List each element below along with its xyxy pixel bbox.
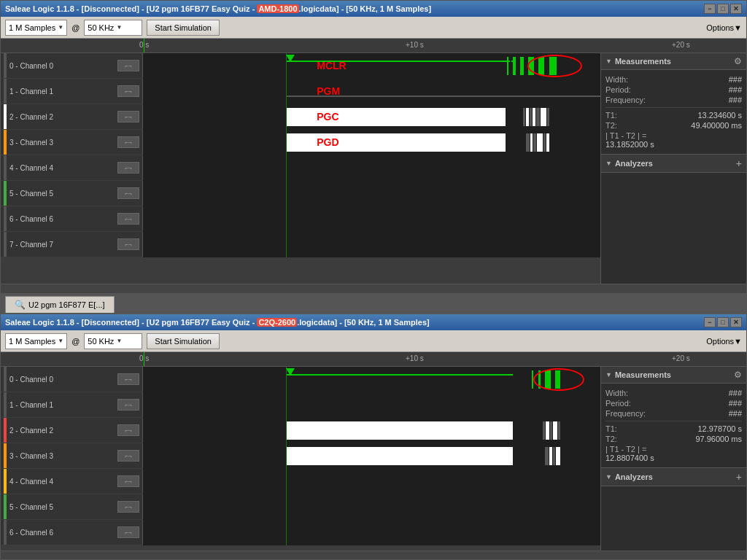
title-prefix-2: Saleae Logic 1.1.8 - [Disconnected] - [U…	[5, 318, 257, 327]
meas-freq-value-1: ###	[729, 96, 742, 104]
channel-label-6-1: 6 - Channel 6 ⌐¬	[1, 206, 143, 231]
ch-icon-box-6-1[interactable]: ⌐¬	[117, 213, 139, 225]
analyzers-title-1: ▼ Analyzers	[605, 159, 653, 168]
channel-signal-3-1: PGD	[143, 130, 600, 155]
maximize-button-1[interactable]: □	[717, 4, 729, 14]
meas-width-1: Width: ###	[605, 74, 742, 85]
ch-name-1-1: 1 - Channel 1	[9, 88, 115, 96]
ch6-vline	[286, 206, 287, 232]
ch2-vline	[286, 104, 287, 130]
samples-dropdown-arrow-1: ▼	[58, 24, 63, 31]
channel-row-1-1: 1 - Channel 1 ⌐¬ PGM	[1, 79, 600, 104]
channel-signal-5-2	[143, 494, 600, 520]
pulse-6	[525, 57, 527, 75]
ch-color-3-1	[4, 130, 7, 155]
channel-signal-6-2	[143, 520, 600, 545]
maximize-button-2[interactable]: □	[717, 317, 729, 327]
ch3p1	[545, 447, 549, 465]
mclr-pulses	[507, 57, 557, 75]
channel-signal-0-2	[143, 367, 600, 392]
pulse-3	[513, 57, 516, 75]
freq-dropdown-2[interactable]: 50 KHz ▼	[84, 333, 142, 349]
measurements-gear-2[interactable]: ⚙	[734, 370, 742, 380]
minimize-button-2[interactable]: −	[704, 317, 716, 327]
ch-color-1-1	[4, 79, 7, 104]
ch-icon-box-6-2[interactable]: ⌐¬	[117, 526, 139, 538]
ch-icons-5-1: ⌐¬	[117, 187, 139, 199]
pgd-pulse-5	[543, 133, 546, 152]
ch-icons-3-2: ⌐¬	[117, 450, 139, 462]
channel-label-2-2: 2 - Channel 2 ⌐¬	[1, 418, 143, 443]
analyzers-triangle-1: ▼	[605, 160, 612, 167]
ch-color-6-1	[4, 206, 7, 231]
ch-name-3-1: 3 - Channel 3	[9, 139, 115, 147]
ch-name-4-2: 4 - Channel 4	[9, 478, 115, 486]
ch-icon-box-0-2[interactable]: ⌐¬	[117, 373, 139, 385]
ch-icon-box-4-1[interactable]: ⌐¬	[117, 162, 139, 174]
channel-signal-1-2	[143, 392, 600, 418]
ch3-2-vline	[286, 443, 287, 469]
ch-icon-box-7-1[interactable]: ⌐¬	[117, 238, 139, 250]
meas-diff-value-2: 12.8807400 s	[605, 454, 742, 462]
freq-dropdown-1[interactable]: 50 KHz ▼	[84, 20, 142, 36]
title-bar-1: Saleae Logic 1.1.8 - [Disconnected] - [U…	[1, 1, 746, 17]
ch0-2-vline	[286, 367, 287, 392]
channel-signal-1-1: PGM	[143, 79, 600, 104]
freq-dropdown-arrow-1: ▼	[116, 24, 122, 31]
toolbar-2: 1 M Samples ▼ @ 50 KHz ▼ Start Simulatio…	[1, 330, 746, 352]
options-button-2[interactable]: Options▼	[706, 337, 742, 346]
channel-row-5-2: 5 - Channel 5 ⌐¬	[1, 494, 600, 520]
ch0-2-high-line	[287, 374, 513, 376]
ch-icon-box-3-2[interactable]: ⌐¬	[117, 450, 139, 462]
meas-t2-value-1: 49.400000 ms	[691, 121, 742, 130]
tab-1[interactable]: 🔍 U2 pgm 16F877 E[...]	[5, 296, 115, 313]
channel-label-7-1: 7 - Channel 7 ⌐¬	[1, 232, 143, 257]
meas-width-value-1: ###	[729, 75, 742, 84]
pulse-10	[546, 57, 548, 75]
ch-color-5-2	[4, 494, 7, 519]
ch-name-5-1: 5 - Channel 5	[9, 190, 115, 198]
ch-icon-box-0-1[interactable]: ⌐¬	[117, 60, 139, 71]
meas-t2-2: T2: 97.96000 ms	[605, 434, 742, 444]
start-simulation-button-2[interactable]: Start Simulation	[147, 333, 220, 349]
ch-icon-box-2-1[interactable]: ⌐¬	[117, 111, 139, 122]
options-button-1[interactable]: Options▼	[706, 23, 742, 32]
ch2-2-white-bar	[287, 421, 513, 440]
measurements-content-1: Width: ### Period: ### Frequency: ### T1…	[601, 70, 746, 154]
analyzers-header-2: ▼ Analyzers +	[601, 467, 746, 486]
ch-icon-box-5-1[interactable]: ⌐¬	[117, 187, 139, 199]
ch3p4	[556, 447, 560, 465]
p3	[538, 370, 541, 389]
ch-icon-box-4-2[interactable]: ⌐¬	[117, 475, 139, 487]
ch-icons-7-1: ⌐¬	[117, 238, 139, 250]
ch5-2-vline	[286, 494, 287, 520]
ch-icon-box-3-1[interactable]: ⌐¬	[117, 136, 139, 148]
measurements-gear-1[interactable]: ⚙	[734, 56, 742, 66]
ch-icon-box-2-2[interactable]: ⌐¬	[117, 424, 139, 436]
analyzers-add-button-2[interactable]: +	[736, 471, 742, 483]
ch4-2-vline	[286, 469, 287, 494]
channel-label-1-2: 1 - Channel 1 ⌐¬	[1, 392, 143, 417]
title-suffix-1: .logicdata] - [50 KHz, 1 M Samples]	[299, 4, 432, 13]
scrollbar-h-1[interactable]	[1, 284, 746, 292]
analyzers-add-button-1[interactable]: +	[736, 158, 742, 169]
timeline-marker-10s-1: +10 s	[406, 41, 424, 49]
ch-icons-0-2: ⌐¬	[117, 373, 139, 385]
analyzers-header-1: ▼ Analyzers +	[601, 154, 746, 173]
samples-dropdown-2[interactable]: 1 M Samples ▼	[5, 333, 67, 349]
ch-icon-box-5-2[interactable]: ⌐¬	[117, 501, 139, 513]
channel-signal-3-2	[143, 443, 600, 469]
close-button-1[interactable]: ✕	[730, 4, 742, 14]
samples-dropdown-1[interactable]: 1 M Samples ▼	[5, 20, 67, 36]
ch-icon-box-1-1[interactable]: ⌐¬	[117, 85, 139, 97]
close-button-2[interactable]: ✕	[730, 317, 742, 327]
ch-icon-box-1-2[interactable]: ⌐¬	[117, 399, 139, 411]
main-content-2: 0 - Channel 0 ⌐¬	[1, 367, 746, 551]
minimize-button-1[interactable]: −	[704, 4, 716, 14]
scrollbar-h-2[interactable]	[1, 551, 746, 559]
ch5-vline	[286, 181, 287, 206]
p4	[542, 370, 543, 389]
timeline-1: 0 s +10 s +20 s	[1, 39, 746, 53]
start-simulation-button-1[interactable]: Start Simulation	[147, 20, 220, 36]
channel-label-5-2: 5 - Channel 5 ⌐¬	[1, 494, 143, 519]
